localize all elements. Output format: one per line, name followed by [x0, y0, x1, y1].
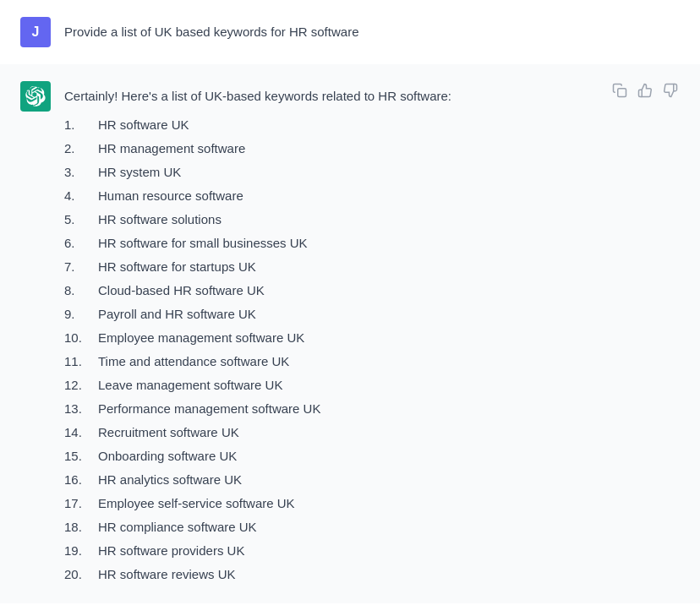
list-item: 18.HR compliance software UK — [64, 515, 680, 539]
item-text: Employee self-service software UK — [98, 493, 295, 514]
user-avatar: J — [20, 17, 51, 47]
item-number: 10. — [64, 328, 98, 348]
list-item: 6.HR software for small businesses UK — [64, 232, 680, 255]
item-text: Employee management software UK — [98, 328, 304, 348]
item-text: Human resource software — [98, 186, 243, 206]
openai-logo-icon — [25, 86, 46, 106]
user-message: J Provide a list of UK based keywords fo… — [0, 0, 700, 64]
user-initial: J — [32, 21, 40, 43]
assistant-message: Certainly! Here's a list of UK-based key… — [0, 64, 700, 603]
item-text: HR software providers UK — [98, 541, 244, 561]
item-number: 4. — [64, 186, 98, 206]
item-text: HR software for small businesses UK — [98, 233, 308, 253]
assistant-message-content: Certainly! Here's a list of UK-based key… — [64, 81, 680, 586]
item-text: HR software solutions — [98, 210, 221, 230]
list-item: 5.HR software solutions — [64, 208, 680, 232]
item-text: Cloud-based HR software UK — [98, 281, 265, 301]
item-text: HR analytics software UK — [98, 470, 242, 490]
item-text: Time and attendance software UK — [98, 352, 289, 372]
list-item: 4.Human resource software — [64, 184, 680, 208]
svg-rect-0 — [618, 89, 626, 97]
item-text: Onboarding software UK — [98, 446, 237, 466]
item-text: HR software reviews UK — [98, 564, 236, 585]
item-number: 20. — [64, 564, 98, 585]
item-number: 11. — [64, 352, 98, 372]
item-number: 1. — [64, 115, 98, 135]
thumbs-down-button[interactable] — [661, 81, 680, 100]
action-buttons — [610, 81, 680, 100]
list-item: 14.Recruitment software UK — [64, 421, 680, 444]
list-item: 13.Performance management software UK — [64, 397, 680, 421]
item-text: Recruitment software UK — [98, 422, 239, 443]
item-number: 13. — [64, 399, 98, 419]
item-number: 17. — [64, 493, 98, 514]
list-item: 12.Leave management software UK — [64, 373, 680, 397]
item-number: 7. — [64, 257, 98, 277]
list-item: 2.HR management software — [64, 137, 680, 161]
list-item: 9.Payroll and HR software UK — [64, 303, 680, 326]
item-number: 16. — [64, 470, 98, 490]
item-text: HR software UK — [98, 115, 189, 135]
item-text: Leave management software UK — [98, 375, 282, 395]
item-number: 9. — [64, 304, 98, 324]
item-text: Payroll and HR software UK — [98, 304, 256, 324]
conversation: J Provide a list of UK based keywords fo… — [0, 0, 700, 603]
item-text: HR software for startups UK — [98, 257, 256, 277]
list-item: 8.Cloud-based HR software UK — [64, 279, 680, 303]
user-message-text: Provide a list of UK based keywords for … — [64, 22, 680, 42]
item-text: HR compliance software UK — [98, 517, 257, 537]
item-text: Performance management software UK — [98, 399, 320, 419]
item-number: 14. — [64, 422, 98, 443]
copy-icon — [612, 83, 627, 98]
list-item: 16.HR analytics software UK — [64, 468, 680, 492]
thumbs-down-icon — [663, 83, 678, 98]
list-item: 17.Employee self-service software UK — [64, 492, 680, 515]
copy-button[interactable] — [610, 81, 629, 100]
item-number: 8. — [64, 281, 98, 301]
item-number: 15. — [64, 446, 98, 466]
item-number: 19. — [64, 541, 98, 561]
item-number: 12. — [64, 375, 98, 395]
list-item: 20.HR software reviews UK — [64, 563, 680, 586]
thumbs-up-icon — [637, 83, 653, 98]
list-item: 3.HR system UK — [64, 161, 680, 184]
keyword-list: 1.HR software UK2.HR management software… — [64, 113, 680, 586]
assistant-intro-text: Certainly! Here's a list of UK-based key… — [64, 86, 680, 106]
list-item: 10.Employee management software UK — [64, 326, 680, 350]
item-number: 3. — [64, 162, 98, 183]
item-number: 6. — [64, 233, 98, 253]
list-item: 7.HR software for startups UK — [64, 255, 680, 279]
item-text: HR system UK — [98, 162, 181, 183]
list-item: 11.Time and attendance software UK — [64, 350, 680, 373]
user-message-content: Provide a list of UK based keywords for … — [64, 17, 680, 42]
list-item: 15.Onboarding software UK — [64, 444, 680, 468]
item-text: HR management software — [98, 139, 245, 159]
assistant-avatar — [20, 81, 51, 112]
item-number: 5. — [64, 210, 98, 230]
item-number: 18. — [64, 517, 98, 537]
thumbs-up-button[interactable] — [636, 81, 654, 100]
list-item: 19.HR software providers UK — [64, 539, 680, 563]
item-number: 2. — [64, 139, 98, 159]
list-item: 1.HR software UK — [64, 113, 680, 137]
